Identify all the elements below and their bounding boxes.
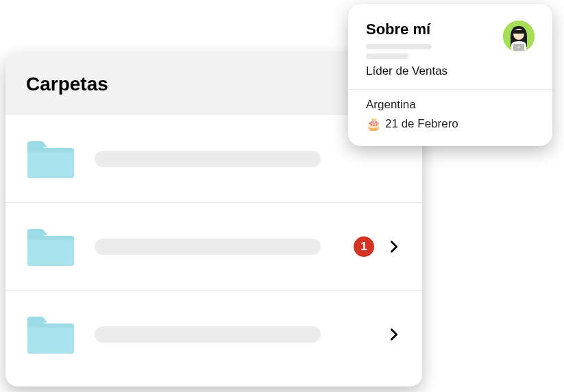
folder-row-actions: 1 <box>354 236 402 257</box>
folders-title: Carpetas <box>26 73 108 95</box>
about-role: Líder de Ventas <box>366 64 447 78</box>
chevron-right-icon[interactable] <box>387 327 402 342</box>
about-title: Sobre mí <box>366 21 447 38</box>
folder-icon <box>26 314 75 355</box>
about-me-card: Sobre mí Líder de Ventas <box>348 4 552 146</box>
about-birthday: 🎂 21 de Febrero <box>366 117 535 131</box>
about-name-placeholder <box>366 44 447 59</box>
folder-icon <box>26 138 75 180</box>
folder-row-actions <box>387 327 402 342</box>
notification-badge: 1 <box>354 236 374 257</box>
folder-label-placeholder <box>95 151 321 167</box>
folder-row[interactable]: 1 <box>5 203 422 291</box>
svg-point-7 <box>518 47 520 49</box>
avatar[interactable] <box>503 21 535 52</box>
folder-label-placeholder <box>95 326 321 343</box>
about-country-text: Argentina <box>366 98 416 112</box>
folder-label-placeholder <box>95 238 321 255</box>
folder-row[interactable] <box>5 291 422 378</box>
about-birthday-text: 21 de Febrero <box>385 117 458 131</box>
about-header: Sobre mí Líder de Ventas <box>366 21 535 78</box>
divider <box>348 89 552 90</box>
chevron-right-icon[interactable] <box>387 239 402 254</box>
about-country: Argentina <box>366 98 535 112</box>
svg-rect-5 <box>513 30 524 34</box>
folder-icon <box>26 226 75 267</box>
cake-icon: 🎂 <box>366 118 381 130</box>
